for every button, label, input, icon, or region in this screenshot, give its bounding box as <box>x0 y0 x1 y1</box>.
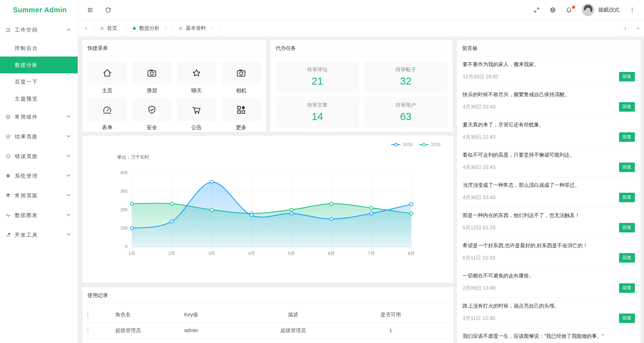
reply-button[interactable]: 回复 <box>619 72 635 81</box>
tabs-scroll-right-button[interactable] <box>619 20 631 37</box>
cell-role: 超级管理员 <box>103 323 172 338</box>
cube-icon <box>5 114 11 120</box>
svg-text:2月: 2月 <box>168 251 175 256</box>
legend-item-2019[interactable]: 2019 <box>419 142 440 147</box>
legend-marker-icon <box>419 143 429 147</box>
fullscreen-icon[interactable] <box>533 7 540 13</box>
message-date: 4月30日 22:43 <box>463 134 496 140</box>
app-window: Summer Admin 工作空间 控制后台 数据分析 百度一下 主题预览 常用… <box>0 0 644 343</box>
reply-button[interactable]: 回复 <box>619 102 635 112</box>
card-title: 快捷菜单 <box>82 40 266 57</box>
security-shortcut-button[interactable] <box>132 98 172 121</box>
table-header-row: 角色名 Key值 描述 是否可用 <box>88 307 448 323</box>
chart-legend: 2018 2019 <box>391 142 440 147</box>
more-shortcut-button[interactable] <box>221 98 261 121</box>
message-item: 要不要作为我的家人，搬来我家。 12月25日 19:92回复 <box>463 57 635 87</box>
reply-button[interactable]: 回复 <box>619 223 635 232</box>
svg-text:4月: 4月 <box>248 251 255 256</box>
message-date: 6月11日 15:33 <box>463 255 495 261</box>
column-header-key: Key值 <box>172 307 253 323</box>
column-header-role: 角色名 <box>103 307 172 323</box>
quick-item-announcement: 公告 <box>177 98 216 131</box>
sidebar-item-common-pages[interactable]: 常用页面 <box>0 186 78 205</box>
usage-records-card: 使用记录 角色名 Key值 描述 是否可用 超级管理员 admin <box>82 287 453 343</box>
sidebar-item-dev-tools[interactable]: 开发工具 <box>0 225 78 245</box>
close-tab-icon[interactable] <box>164 26 168 30</box>
sidebar-item-error-pages[interactable]: 错误页面 <box>0 146 78 166</box>
chat-shortcut-button[interactable] <box>177 61 216 85</box>
quick-item-more: 更多 <box>221 98 261 131</box>
close-tab-icon[interactable] <box>210 26 214 30</box>
tabs-scroll-left-button[interactable] <box>78 20 94 37</box>
main-content: 快捷菜单 主页 弹层 聊天 相机 <box>78 37 644 343</box>
message-item: 一切都在不可避免的走向庸俗。 2月09日 13:40回复 <box>463 268 635 298</box>
avatar <box>582 4 594 16</box>
cart-icon <box>191 105 202 115</box>
select-all-checkbox[interactable] <box>88 312 88 318</box>
message-board-card: 留言板 要不要作为我的家人，搬来我家。 12月25日 19:92回复 快乐的时候… <box>457 40 640 343</box>
reply-button[interactable]: 回复 <box>619 163 635 172</box>
sidebar-item-control-backend[interactable]: 控制后台 <box>0 40 78 57</box>
form-shortcut-button[interactable] <box>88 98 127 121</box>
tab-basic-info[interactable]: 基本资料 <box>173 20 219 37</box>
sidebar: Summer Admin 工作空间 控制后台 数据分析 百度一下 主题预览 常用… <box>0 0 78 343</box>
gauge-icon <box>102 105 112 115</box>
message-date: 4月30日 22:43 <box>463 164 496 171</box>
camera-shortcut-button[interactable] <box>221 61 261 85</box>
notifications-button[interactable] <box>566 7 572 13</box>
stat-value: 63 <box>400 111 411 123</box>
quick-item-popup: 弹层 <box>132 61 172 94</box>
message-item: 快乐的时候不敢尽兴，频繁警戒自己保持清醒。 4月30日 22:43回复 <box>463 87 635 117</box>
user-menu[interactable]: 就眠仪式 <box>582 4 619 16</box>
quick-item-camera: 相机 <box>221 61 261 94</box>
stat-pending-users: 待审用户 63 <box>364 97 448 127</box>
message-item: 那是一种内在的东西，他们到达不了，也无法触及！ 5月12日 01:25回复 <box>463 207 635 238</box>
check-circle-icon <box>5 134 11 139</box>
more-options-icon[interactable] <box>629 7 636 13</box>
reply-button[interactable]: 回复 <box>619 314 635 323</box>
home-icon <box>102 68 112 78</box>
svg-text:6月: 6月 <box>328 251 335 256</box>
popup-shortcut-button[interactable] <box>132 61 172 85</box>
sidebar-item-system-management[interactable]: 系统管理 <box>0 166 78 186</box>
svg-text:7月: 7月 <box>368 251 375 256</box>
row-checkbox[interactable] <box>88 327 88 334</box>
quick-item-home: 主页 <box>88 61 127 94</box>
more-grid-icon <box>236 105 246 115</box>
tools-icon <box>5 232 11 238</box>
collapse-sidebar-icon[interactable] <box>87 7 94 13</box>
refresh-icon[interactable] <box>105 7 111 13</box>
sidebar-item-baidu[interactable]: 百度一下 <box>0 73 78 90</box>
tab-bar: 首页 数据分析 基本资料 <box>78 20 644 37</box>
legend-item-2018[interactable]: 2018 <box>391 142 412 147</box>
sidebar-item-data-analysis[interactable]: 数据分析 <box>0 57 78 73</box>
tab-home[interactable]: 首页 <box>94 20 127 37</box>
message-item: 夏天真的来了，尽管它还有些犹豫。 4月30日 22:43回复 <box>463 117 635 147</box>
home-shortcut-button[interactable] <box>88 61 127 85</box>
tabs-menu-button[interactable] <box>631 20 644 37</box>
sidebar-item-result-pages[interactable]: 结果页面 <box>0 127 78 146</box>
bell-icon <box>566 7 572 13</box>
gauge-icon <box>5 27 11 33</box>
sidebar-item-workspace[interactable]: 工作空间 <box>0 20 78 40</box>
quick-item-form: 表单 <box>88 98 127 131</box>
sidebar-item-data-charts[interactable]: 数据图表 <box>0 205 78 225</box>
svg-text:8月: 8月 <box>408 251 414 256</box>
reply-button[interactable]: 回复 <box>619 283 635 293</box>
sidebar-item-components[interactable]: 常用组件 <box>0 107 78 127</box>
language-globe-icon[interactable] <box>549 7 556 13</box>
table-row[interactable]: 超级管理员 admin 超级管理员 1 <box>88 323 448 338</box>
reply-button[interactable]: 回复 <box>619 132 635 142</box>
svg-text:100: 100 <box>120 226 128 231</box>
announcement-shortcut-button[interactable] <box>177 98 216 121</box>
gear-icon <box>5 173 11 179</box>
sidebar-item-theme-preview[interactable]: 主题预览 <box>0 90 78 107</box>
quick-item-security: 安全 <box>132 98 172 131</box>
stat-value: 32 <box>400 75 411 87</box>
card-title: 使用记录 <box>82 287 453 304</box>
svg-text:5月: 5月 <box>288 251 295 256</box>
tab-data-analysis[interactable]: 数据分析 <box>127 20 173 37</box>
reply-button[interactable]: 回复 <box>619 253 635 263</box>
reply-button[interactable]: 回复 <box>619 193 635 202</box>
stat-pending-posts: 待审帖子 32 <box>364 61 448 92</box>
